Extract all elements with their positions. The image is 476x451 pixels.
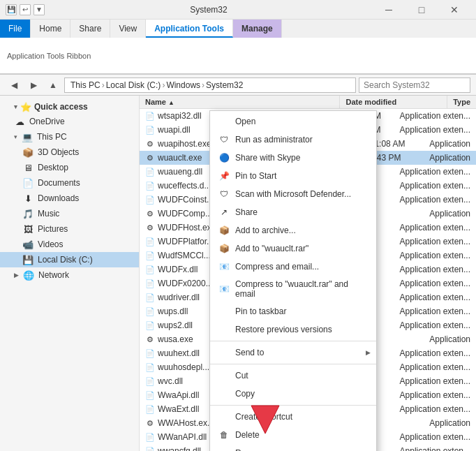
- path-this-pc[interactable]: This PC: [70, 80, 101, 90]
- file-name: WWAHost.ex...: [158, 418, 214, 428]
- file-icon: 📄: [145, 279, 155, 288]
- file-type-cell: Application exten...: [394, 181, 476, 191]
- sidebar-item-local-disk-c[interactable]: 💾 Local Disk (C:): [0, 252, 139, 267]
- context-menu-separator: [210, 341, 376, 341]
- context-menu-item-open[interactable]: Open: [210, 112, 376, 131]
- close-button[interactable]: ✕: [438, 0, 470, 20]
- context-menu-item-scan-defender[interactable]: 🛡 Scan with Microsoft Defender...: [210, 185, 376, 203]
- sidebar-item-desktop[interactable]: 🖥 Desktop: [0, 160, 139, 175]
- path-system32[interactable]: System32: [206, 80, 243, 90]
- sidebar-item-onedrive[interactable]: ☁ OneDrive: [0, 114, 139, 129]
- file-type-cell: Application: [424, 334, 476, 344]
- context-menu-item-share-skype[interactable]: 🔵 Share with Skype: [210, 149, 376, 167]
- file-icon: 📄: [145, 111, 155, 121]
- context-menu-item-send-to[interactable]: Send to: [210, 343, 376, 362]
- context-menu-item-share[interactable]: ↗ Share: [210, 203, 376, 221]
- cm-icon-add-wuauclt-rar: 📦: [218, 243, 230, 254]
- file-icon: 📄: [145, 376, 155, 386]
- context-menu-separator: [210, 364, 376, 364]
- col-header-date[interactable]: Date modified: [340, 96, 447, 108]
- context-menu-item-delete[interactable]: 🗑 Delete: [210, 426, 376, 444]
- file-name: WWanAPI.dll: [158, 432, 207, 442]
- context-menu-item-copy[interactable]: Copy: [210, 385, 376, 403]
- cm-icon-send-to: [218, 347, 230, 358]
- quick-access-icon-3[interactable]: ▼: [34, 4, 45, 15]
- file-icon: 📄: [145, 446, 155, 451]
- context-menu-item-pin-start[interactable]: 📌 Pin to Start: [210, 167, 376, 185]
- file-icon: 📄: [145, 348, 155, 358]
- col-header-name[interactable]: Name ▲: [140, 96, 340, 108]
- file-name: wudriver.dll: [158, 293, 200, 302]
- file-type-cell: Application: [424, 139, 476, 149]
- maximize-button[interactable]: □: [406, 0, 438, 20]
- file-icon: 📄: [145, 125, 155, 135]
- context-menu-item-restore-versions[interactable]: Restore previous versions: [210, 320, 376, 339]
- file-icon: 📄: [145, 432, 155, 442]
- file-name: WUDFPlatfor...: [158, 237, 214, 246]
- quick-access-icon: ⭐: [20, 101, 31, 112]
- quick-access-icon-1[interactable]: 💾: [6, 4, 17, 15]
- sidebar-item-documents[interactable]: 📄 Documents: [0, 175, 139, 191]
- cm-icon-compress-rar-email: 📧: [218, 283, 230, 295]
- file-type-cell: Application exten...: [394, 125, 476, 135]
- sidebar-item-pictures[interactable]: 🖼 Pictures: [0, 221, 139, 237]
- tab-share[interactable]: Share: [70, 20, 110, 38]
- quick-access-icon-2[interactable]: ↩: [20, 4, 31, 15]
- forward-button[interactable]: ▶: [25, 77, 42, 93]
- cm-icon-restore-versions: [218, 324, 230, 335]
- cm-icon-pin-taskbar: [218, 306, 230, 317]
- chevron-icon: ▾: [14, 103, 17, 110]
- sidebar-label-music: Music: [38, 209, 59, 219]
- file-icon: 📄: [145, 237, 155, 246]
- context-menu-item-create-shortcut[interactable]: Create shortcut: [210, 408, 376, 426]
- tab-application-tools[interactable]: Application Tools: [146, 20, 233, 38]
- this-pc-icon: 💻: [22, 131, 33, 142]
- file-name: WUDFHost.exe: [158, 223, 216, 232]
- file-type-cell: Application: [424, 153, 476, 163]
- sidebar-item-network[interactable]: ▶ 🌐 Network: [0, 267, 139, 283]
- sidebar-item-downloads[interactable]: ⬇ Downloads: [0, 191, 139, 206]
- file-name: wups.dll: [158, 306, 188, 316]
- context-menu-item-run-as-admin[interactable]: 🛡 Run as administrator: [210, 131, 376, 149]
- sidebar-item-quick-access[interactable]: ▾ ⭐ Quick access: [0, 98, 139, 114]
- context-menu-item-compress-rar-email[interactable]: 📧 Compress to "wuauclt.rar" and email: [210, 276, 376, 302]
- sidebar-item-3d-objects[interactable]: 📦 3D Objects: [0, 145, 139, 160]
- search-input[interactable]: [359, 77, 470, 93]
- sidebar-item-videos[interactable]: 📹 Videos: [0, 237, 139, 252]
- file-icon: ⚙: [145, 223, 155, 232]
- file-type-cell: Application: [424, 418, 476, 428]
- file-type-cell: Application exten...: [394, 306, 476, 316]
- tab-manage[interactable]: Manage: [233, 20, 282, 38]
- arrow-pointer: [244, 402, 286, 439]
- tab-home[interactable]: Home: [31, 20, 70, 38]
- file-name: wuauclt.exe: [158, 153, 202, 163]
- context-menu-item-add-archive[interactable]: 📦 Add to archive...: [210, 221, 376, 239]
- path-local-disk[interactable]: Local Disk (C:): [106, 80, 161, 90]
- col-header-type[interactable]: Type: [447, 96, 476, 108]
- path-windows[interactable]: Windows: [166, 80, 200, 90]
- sidebar-label-quick-access: Quick access: [34, 102, 88, 112]
- cm-icon-delete: 🗑: [218, 429, 230, 441]
- file-icon: 📄: [145, 195, 155, 205]
- file-name: WUDFx.dll: [158, 265, 198, 274]
- tab-file[interactable]: File: [0, 20, 31, 38]
- sidebar-item-music[interactable]: 🎵 Music: [0, 206, 139, 221]
- context-menu-item-add-wuauclt-rar[interactable]: 📦 Add to "wuauclt.rar": [210, 239, 376, 258]
- file-type-cell: Application exten...: [394, 293, 476, 302]
- music-icon: 🎵: [22, 208, 34, 219]
- context-menu-item-pin-taskbar[interactable]: Pin to taskbar: [210, 302, 376, 320]
- context-menu-item-cut[interactable]: Cut: [210, 367, 376, 385]
- sidebar-item-this-pc[interactable]: ▾ 💻 This PC: [0, 129, 139, 145]
- file-name: WudfSMCCl...: [158, 251, 211, 260]
- file-icon: 📄: [145, 293, 155, 302]
- tab-view[interactable]: View: [110, 20, 146, 38]
- cm-label-add-archive: Add to archive...: [235, 226, 296, 235]
- up-button[interactable]: ▲: [45, 77, 61, 93]
- sidebar: ▾ ⭐ Quick access ☁ OneDrive ▾ 💻 This PC …: [0, 96, 140, 451]
- file-type-cell: Application exten...: [394, 223, 476, 232]
- context-menu-item-rename[interactable]: Rename: [210, 444, 376, 451]
- minimize-button[interactable]: ─: [373, 0, 405, 20]
- address-path[interactable]: This PC › Local Disk (C:) › Windows › Sy…: [64, 77, 356, 93]
- back-button[interactable]: ◀: [6, 77, 22, 93]
- context-menu-item-compress-email[interactable]: 📧 Compress and email...: [210, 258, 376, 276]
